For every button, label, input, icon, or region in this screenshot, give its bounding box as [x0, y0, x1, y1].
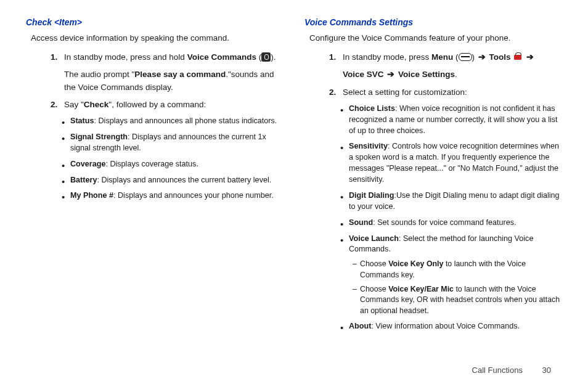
- bold-text: Battery: [70, 176, 97, 184]
- text: : Displays and announces your phone numb…: [113, 191, 274, 200]
- text: Choose: [360, 285, 388, 293]
- bold-text: Voice Settings: [398, 70, 455, 79]
- text: : Set sounds for voice command features.: [373, 218, 516, 227]
- left-step-1: 1. In standby mode, press and hold Voice…: [51, 51, 284, 94]
- right-step-2: 2. Select a setting for customization: C…: [329, 86, 562, 332]
- list-item: Coverage: Displays coverage status.: [62, 159, 284, 170]
- list-item: Choice Lists: When voice recognition is …: [340, 104, 562, 137]
- left-step-2: 2. Say "Check", followed by a command: S…: [51, 99, 284, 202]
- text: ", followed by a command:: [108, 100, 206, 109]
- text: (: [256, 52, 261, 62]
- bold-text: Menu: [431, 52, 453, 62]
- bold-text: Voice Key/Ear Mic: [388, 285, 454, 293]
- right-column: Voice Commands Settings Configure the Vo…: [304, 17, 562, 337]
- bold-text: Voice Commands: [187, 52, 256, 62]
- list-item: Sound: Set sounds for voice command feat…: [340, 218, 562, 229]
- list-item: Choose Voice Key Only to launch with the…: [353, 259, 562, 280]
- bold-text: Status: [70, 116, 94, 125]
- right-heading: Voice Commands Settings: [304, 17, 562, 27]
- text: Say ": [64, 100, 84, 109]
- list-item: Battery: Displays and announces the curr…: [62, 175, 284, 186]
- text: : Displays and announces all phone statu…: [94, 116, 277, 125]
- list-item: Voice Launch: Select the method for laun…: [340, 234, 562, 317]
- page-number: 30: [542, 365, 551, 375]
- bold-text: Please say a command: [134, 70, 226, 79]
- bold-text: Voice Key Only: [388, 259, 443, 268]
- bold-text: Check: [84, 100, 109, 109]
- bold-text: Sound: [349, 218, 373, 227]
- text: ).: [271, 52, 276, 62]
- bold-text: Voice SVC: [343, 70, 384, 79]
- text: Choose: [360, 259, 388, 268]
- bold-text: Digit Dialing: [349, 191, 394, 200]
- bold-text: My Phone #: [70, 191, 113, 200]
- voice-commands-icon: [261, 52, 271, 62]
- list-item: My Phone #: Displays and announces your …: [62, 190, 284, 202]
- page-footer: Call Functions 30: [472, 365, 551, 375]
- text: Select a setting for customization:: [343, 86, 562, 99]
- arrow-icon: ➔: [387, 68, 394, 81]
- left-column: Check <Item> Access device information b…: [26, 17, 284, 337]
- list-item: Choose Voice Key/Ear Mic to launch with …: [353, 284, 562, 316]
- text: In standby mode, press: [343, 52, 431, 62]
- left-intro: Access device information by speaking th…: [31, 33, 284, 43]
- tools-icon: [513, 52, 523, 61]
- text: : View information about Voice Commands.: [371, 322, 520, 330]
- bold-text: Choice Lists: [349, 104, 395, 113]
- footer-section: Call Functions: [472, 365, 523, 375]
- bold-text: Tools: [489, 52, 511, 62]
- list-item: About: View information about Voice Comm…: [340, 321, 562, 332]
- bold-text: Coverage: [70, 160, 105, 168]
- right-step-1: 1. In standby mode, press Menu () ➔ Tool…: [329, 51, 562, 81]
- bold-text: Voice Launch: [349, 234, 399, 243]
- text: In standby mode, press and hold: [64, 52, 187, 62]
- right-intro: Configure the Voice Commands feature of …: [309, 33, 562, 43]
- text: The audio prompt ": [64, 70, 134, 79]
- text: : Displays and announces the current bat…: [97, 176, 271, 184]
- bold-text: Sensitivity: [349, 142, 388, 150]
- bold-text: About: [349, 322, 371, 330]
- arrow-icon: ➔: [478, 51, 486, 63]
- list-item: Digit Dialing:Use the Digit Dialing menu…: [340, 190, 562, 213]
- bold-text: Signal Strength: [70, 133, 128, 141]
- list-item: Status: Displays and announces all phone…: [62, 116, 284, 127]
- menu-icon: [459, 53, 472, 61]
- list-item: Signal Strength: Displays and announces …: [62, 132, 284, 154]
- text: : Displays coverage status.: [105, 160, 198, 168]
- list-item: Sensitivity: Controls how voice recognit…: [340, 141, 562, 186]
- left-heading: Check <Item>: [26, 17, 284, 27]
- arrow-icon: ➔: [526, 51, 534, 63]
